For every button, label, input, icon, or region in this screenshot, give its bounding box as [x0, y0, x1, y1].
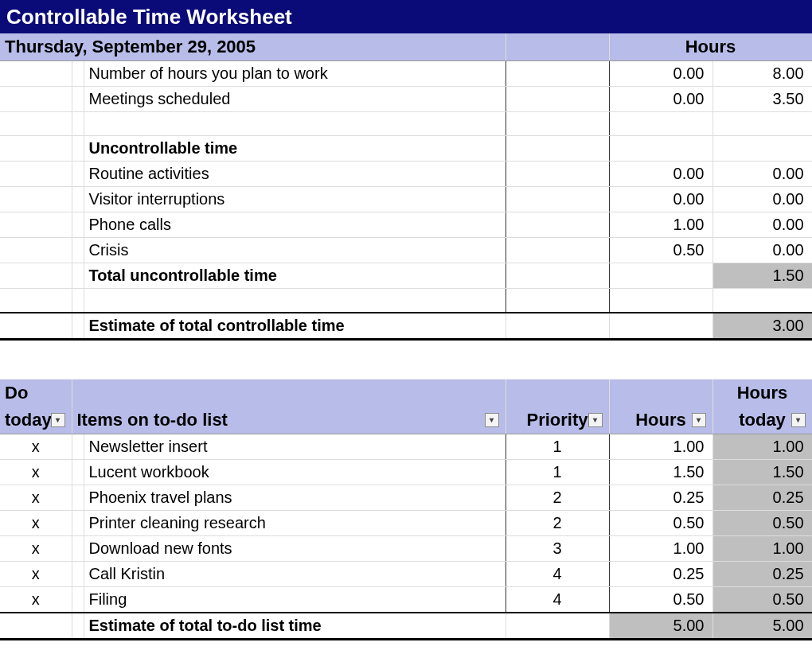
- hours-cell[interactable]: 0.25: [609, 485, 712, 510]
- hours-cell[interactable]: 0.50: [609, 510, 712, 535]
- hours-today-header: today ▾: [712, 407, 812, 434]
- do-today-header-line1: Do: [0, 379, 72, 407]
- priority-cell[interactable]: 2: [506, 510, 609, 535]
- row-label[interactable]: Routine activities: [84, 162, 506, 187]
- do-today-cell[interactable]: x: [0, 510, 72, 535]
- hours-today-cell[interactable]: 1.00: [712, 535, 812, 561]
- hours-today-cell[interactable]: 0.50: [712, 510, 812, 535]
- cell-value[interactable]: 1.00: [609, 212, 712, 238]
- items-header: Items on to-do list ▾: [72, 407, 506, 434]
- table-row: x Phoenix travel plans 2 0.25 0.25: [0, 485, 812, 510]
- row-label[interactable]: Crisis: [84, 238, 506, 263]
- priority-header: Priority ▾: [506, 407, 609, 434]
- todo-item[interactable]: Lucent workbook: [84, 459, 506, 485]
- filter-dropdown-icon[interactable]: ▾: [588, 413, 603, 427]
- row-label[interactable]: Meetings scheduled: [84, 87, 506, 112]
- do-today-cell[interactable]: x: [0, 434, 72, 459]
- priority-cell[interactable]: 1: [506, 434, 609, 459]
- hours-today-cell[interactable]: 1.50: [712, 459, 812, 485]
- hours-cell[interactable]: 0.25: [609, 561, 712, 586]
- estimate-todo-label[interactable]: Estimate of total to-do list time: [84, 613, 506, 640]
- cell-value[interactable]: 0.50: [609, 238, 712, 263]
- table-row: x Newsletter insert 1 1.00 1.00: [0, 434, 812, 459]
- hours-cell[interactable]: 1.50: [609, 459, 712, 485]
- todo-item[interactable]: Call Kristin: [84, 561, 506, 586]
- hours-cell[interactable]: 1.00: [609, 535, 712, 561]
- priority-cell[interactable]: 2: [506, 485, 609, 510]
- filter-dropdown-icon[interactable]: ▾: [692, 413, 706, 427]
- hours-today-header-line1: Hours: [712, 379, 812, 407]
- filter-dropdown-icon[interactable]: ▾: [791, 413, 806, 427]
- cell-value[interactable]: 8.00: [712, 61, 812, 87]
- hours-today-cell[interactable]: 0.50: [712, 586, 812, 613]
- table-row: x Printer cleaning research 2 0.50 0.50: [0, 510, 812, 535]
- cell-value[interactable]: 0.00: [712, 238, 812, 263]
- cell-value[interactable]: 0.00: [609, 61, 712, 87]
- cell-value[interactable]: 0.00: [609, 87, 712, 112]
- todo-item[interactable]: Printer cleaning research: [84, 510, 506, 535]
- do-today-cell[interactable]: x: [0, 535, 72, 561]
- priority-cell[interactable]: 4: [506, 561, 609, 586]
- uncontrollable-heading[interactable]: Uncontrollable time: [84, 136, 506, 162]
- cell-value[interactable]: 0.00: [609, 187, 712, 212]
- worksheet-title: Controllable Time Worksheet: [0, 0, 812, 33]
- cell-value[interactable]: 0.00: [712, 187, 812, 212]
- hours-header-col: Hours ▾: [609, 407, 712, 434]
- cell-value[interactable]: 3.50: [712, 87, 812, 112]
- filter-dropdown-icon[interactable]: ▾: [485, 413, 499, 427]
- row-label[interactable]: Visitor interruptions: [84, 187, 506, 212]
- estimate-controllable-label[interactable]: Estimate of total controllable time: [84, 313, 506, 340]
- filter-dropdown-icon[interactable]: ▾: [51, 413, 65, 427]
- table-row: x Lucent workbook 1 1.50 1.50: [0, 459, 812, 485]
- hours-cell[interactable]: 0.50: [609, 586, 712, 613]
- table-row: x Call Kristin 4 0.25 0.25: [0, 561, 812, 586]
- hours-cell[interactable]: 1.00: [609, 434, 712, 459]
- row-label[interactable]: Phone calls: [84, 212, 506, 238]
- cell-value[interactable]: 0.00: [712, 162, 812, 187]
- table-row: x Filing 4 0.50 0.50: [0, 586, 812, 613]
- do-today-header: today ▾: [0, 407, 72, 434]
- priority-cell[interactable]: 1: [506, 459, 609, 485]
- estimate-controllable-value[interactable]: 3.00: [712, 313, 812, 340]
- todo-item[interactable]: Filing: [84, 586, 506, 613]
- date-header: Thursday, September 29, 2005: [0, 33, 506, 61]
- total-uncontrollable-label[interactable]: Total uncontrollable time: [84, 263, 506, 289]
- total-uncontrollable-value[interactable]: 1.50: [712, 263, 812, 289]
- hours-header: Hours: [609, 33, 812, 61]
- do-today-cell[interactable]: x: [0, 459, 72, 485]
- estimate-todo-hours[interactable]: 5.00: [609, 613, 712, 640]
- todo-item[interactable]: Phoenix travel plans: [84, 485, 506, 510]
- worksheet-table: Controllable Time Worksheet Thursday, Se…: [0, 0, 812, 640]
- priority-cell[interactable]: 3: [506, 535, 609, 561]
- cell-value[interactable]: 0.00: [712, 212, 812, 238]
- table-row: x Download new fonts 3 1.00 1.00: [0, 535, 812, 561]
- priority-cell[interactable]: 4: [506, 586, 609, 613]
- estimate-todo-hours-today[interactable]: 5.00: [712, 613, 812, 640]
- todo-item[interactable]: Download new fonts: [84, 535, 506, 561]
- do-today-cell[interactable]: x: [0, 586, 72, 613]
- todo-item[interactable]: Newsletter insert: [84, 434, 506, 459]
- hours-today-cell[interactable]: 0.25: [712, 561, 812, 586]
- do-today-cell[interactable]: x: [0, 561, 72, 586]
- cell-value[interactable]: 0.00: [609, 162, 712, 187]
- do-today-cell[interactable]: x: [0, 485, 72, 510]
- row-label[interactable]: Number of hours you plan to work: [84, 61, 506, 87]
- hours-today-cell[interactable]: 0.25: [712, 485, 812, 510]
- hours-today-cell[interactable]: 1.00: [712, 434, 812, 459]
